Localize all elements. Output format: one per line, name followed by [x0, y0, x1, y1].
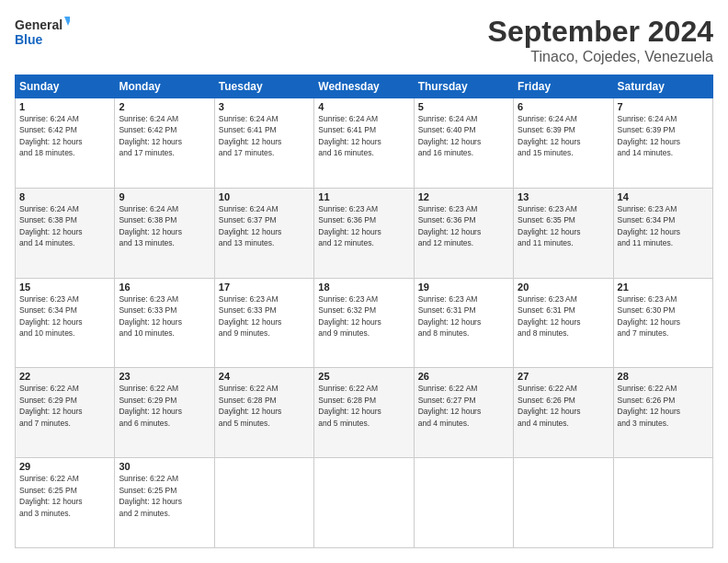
- calendar-week-row: 22 Sunrise: 6:22 AMSunset: 6:29 PMDaylig…: [16, 368, 713, 458]
- day-info: Sunrise: 6:23 AMSunset: 6:34 PMDaylight:…: [618, 204, 681, 247]
- day-info: Sunrise: 6:22 AMSunset: 6:28 PMDaylight:…: [318, 384, 381, 427]
- day-of-week-header: Tuesday: [214, 75, 313, 98]
- day-number: 29: [19, 461, 110, 472]
- month-title: September 2024: [488, 15, 713, 49]
- day-info: Sunrise: 6:23 AMSunset: 6:31 PMDaylight:…: [518, 294, 581, 338]
- day-info: Sunrise: 6:22 AMSunset: 6:26 PMDaylight:…: [618, 384, 681, 427]
- calendar-cell: [314, 458, 414, 548]
- day-number: 20: [518, 282, 609, 293]
- day-number: 7: [618, 101, 709, 112]
- day-number: 16: [119, 282, 210, 293]
- calendar-cell: 8 Sunrise: 6:24 AMSunset: 6:38 PMDayligh…: [16, 188, 115, 278]
- day-number: 1: [19, 101, 110, 112]
- calendar-cell: 21 Sunrise: 6:23 AMSunset: 6:30 PMDaylig…: [613, 278, 712, 368]
- calendar-cell: 28 Sunrise: 6:22 AMSunset: 6:26 PMDaylig…: [613, 368, 712, 458]
- calendar-cell: 15 Sunrise: 6:23 AMSunset: 6:34 PMDaylig…: [16, 278, 115, 368]
- day-info: Sunrise: 6:23 AMSunset: 6:35 PMDaylight:…: [518, 204, 581, 247]
- day-info: Sunrise: 6:24 AMSunset: 6:41 PMDaylight:…: [318, 114, 381, 157]
- calendar-cell: 23 Sunrise: 6:22 AMSunset: 6:29 PMDaylig…: [115, 368, 214, 458]
- calendar-cell: 16 Sunrise: 6:23 AMSunset: 6:33 PMDaylig…: [115, 278, 214, 368]
- calendar-cell: 12 Sunrise: 6:23 AMSunset: 6:36 PMDaylig…: [414, 188, 513, 278]
- day-info: Sunrise: 6:24 AMSunset: 6:37 PMDaylight:…: [219, 204, 282, 247]
- calendar-cell: 19 Sunrise: 6:23 AMSunset: 6:31 PMDaylig…: [414, 278, 513, 368]
- day-number: 23: [119, 371, 210, 382]
- day-info: Sunrise: 6:24 AMSunset: 6:39 PMDaylight:…: [518, 114, 581, 157]
- day-info: Sunrise: 6:23 AMSunset: 6:36 PMDaylight:…: [318, 204, 381, 247]
- calendar-cell: 24 Sunrise: 6:22 AMSunset: 6:28 PMDaylig…: [214, 368, 313, 458]
- day-info: Sunrise: 6:24 AMSunset: 6:38 PMDaylight:…: [19, 204, 83, 247]
- day-number: 25: [318, 371, 409, 382]
- day-number: 22: [19, 371, 110, 382]
- day-of-week-header: Thursday: [414, 75, 513, 98]
- calendar-cell: [514, 458, 613, 548]
- day-info: Sunrise: 6:23 AMSunset: 6:36 PMDaylight:…: [418, 204, 482, 247]
- day-number: 3: [219, 101, 310, 112]
- day-number: 6: [518, 101, 609, 112]
- day-number: 17: [219, 282, 310, 293]
- logo-svg: General Blue: [15, 15, 70, 48]
- day-info: Sunrise: 6:22 AMSunset: 6:25 PMDaylight:…: [119, 474, 182, 517]
- calendar-cell: 26 Sunrise: 6:22 AMSunset: 6:27 PMDaylig…: [414, 368, 513, 458]
- svg-text:Blue: Blue: [15, 32, 43, 47]
- day-number: 11: [318, 191, 409, 202]
- day-info: Sunrise: 6:24 AMSunset: 6:38 PMDaylight:…: [119, 204, 182, 247]
- title-block: September 2024 Tinaco, Cojedes, Venezuel…: [488, 15, 713, 65]
- day-number: 14: [618, 191, 709, 202]
- calendar-cell: 27 Sunrise: 6:22 AMSunset: 6:26 PMDaylig…: [514, 368, 613, 458]
- day-number: 13: [518, 191, 609, 202]
- page: General Blue September 2024 Tinaco, Coje…: [0, 0, 728, 563]
- day-number: 15: [19, 282, 110, 293]
- day-info: Sunrise: 6:23 AMSunset: 6:33 PMDaylight:…: [219, 294, 282, 338]
- calendar-cell: 11 Sunrise: 6:23 AMSunset: 6:36 PMDaylig…: [314, 188, 414, 278]
- day-of-week-header: Wednesday: [314, 75, 414, 98]
- day-number: 21: [618, 282, 709, 293]
- calendar-cell: [214, 458, 313, 548]
- day-number: 24: [219, 371, 310, 382]
- day-number: 10: [219, 191, 310, 202]
- day-info: Sunrise: 6:22 AMSunset: 6:28 PMDaylight:…: [219, 384, 282, 427]
- logo: General Blue: [15, 15, 70, 48]
- day-number: 8: [19, 191, 110, 202]
- day-info: Sunrise: 6:23 AMSunset: 6:32 PMDaylight:…: [318, 294, 381, 338]
- day-info: Sunrise: 6:23 AMSunset: 6:34 PMDaylight:…: [19, 294, 83, 338]
- day-number: 26: [418, 371, 509, 382]
- day-number: 5: [418, 101, 509, 112]
- day-info: Sunrise: 6:22 AMSunset: 6:25 PMDaylight:…: [19, 474, 83, 517]
- calendar-cell: 9 Sunrise: 6:24 AMSunset: 6:38 PMDayligh…: [115, 188, 214, 278]
- calendar-cell: 7 Sunrise: 6:24 AMSunset: 6:39 PMDayligh…: [613, 98, 712, 189]
- day-number: 2: [119, 101, 210, 112]
- calendar-body: 1 Sunrise: 6:24 AMSunset: 6:42 PMDayligh…: [16, 98, 713, 548]
- day-number: 27: [518, 371, 609, 382]
- day-info: Sunrise: 6:22 AMSunset: 6:26 PMDaylight:…: [518, 384, 581, 427]
- day-info: Sunrise: 6:22 AMSunset: 6:29 PMDaylight:…: [119, 384, 182, 427]
- day-number: 18: [318, 282, 409, 293]
- day-info: Sunrise: 6:24 AMSunset: 6:42 PMDaylight:…: [19, 114, 83, 157]
- calendar-week-row: 15 Sunrise: 6:23 AMSunset: 6:34 PMDaylig…: [16, 278, 713, 368]
- calendar-cell: 22 Sunrise: 6:22 AMSunset: 6:29 PMDaylig…: [16, 368, 115, 458]
- day-of-week-header: Saturday: [613, 75, 712, 98]
- svg-text:General: General: [15, 17, 63, 32]
- calendar-cell: [613, 458, 712, 548]
- calendar-week-row: 1 Sunrise: 6:24 AMSunset: 6:42 PMDayligh…: [16, 98, 713, 189]
- calendar-cell: 1 Sunrise: 6:24 AMSunset: 6:42 PMDayligh…: [16, 98, 115, 189]
- calendar-cell: 4 Sunrise: 6:24 AMSunset: 6:41 PMDayligh…: [314, 98, 414, 189]
- calendar-cell: 29 Sunrise: 6:22 AMSunset: 6:25 PMDaylig…: [16, 458, 115, 548]
- calendar-cell: 3 Sunrise: 6:24 AMSunset: 6:41 PMDayligh…: [214, 98, 313, 189]
- calendar-cell: [414, 458, 513, 548]
- day-number: 19: [418, 282, 509, 293]
- calendar-cell: 30 Sunrise: 6:22 AMSunset: 6:25 PMDaylig…: [115, 458, 214, 548]
- day-info: Sunrise: 6:24 AMSunset: 6:40 PMDaylight:…: [418, 114, 482, 157]
- calendar-cell: 17 Sunrise: 6:23 AMSunset: 6:33 PMDaylig…: [214, 278, 313, 368]
- calendar-cell: 20 Sunrise: 6:23 AMSunset: 6:31 PMDaylig…: [514, 278, 613, 368]
- day-of-week-header: Friday: [514, 75, 613, 98]
- day-info: Sunrise: 6:23 AMSunset: 6:31 PMDaylight:…: [418, 294, 482, 338]
- day-number: 28: [618, 371, 709, 382]
- calendar-week-row: 29 Sunrise: 6:22 AMSunset: 6:25 PMDaylig…: [16, 458, 713, 548]
- day-number: 9: [119, 191, 210, 202]
- day-number: 30: [119, 461, 210, 472]
- calendar-table: SundayMondayTuesdayWednesdayThursdayFrid…: [15, 75, 713, 548]
- day-info: Sunrise: 6:24 AMSunset: 6:41 PMDaylight:…: [219, 114, 282, 157]
- header: General Blue September 2024 Tinaco, Coje…: [15, 15, 713, 65]
- day-info: Sunrise: 6:24 AMSunset: 6:39 PMDaylight:…: [618, 114, 681, 157]
- calendar-week-row: 8 Sunrise: 6:24 AMSunset: 6:38 PMDayligh…: [16, 188, 713, 278]
